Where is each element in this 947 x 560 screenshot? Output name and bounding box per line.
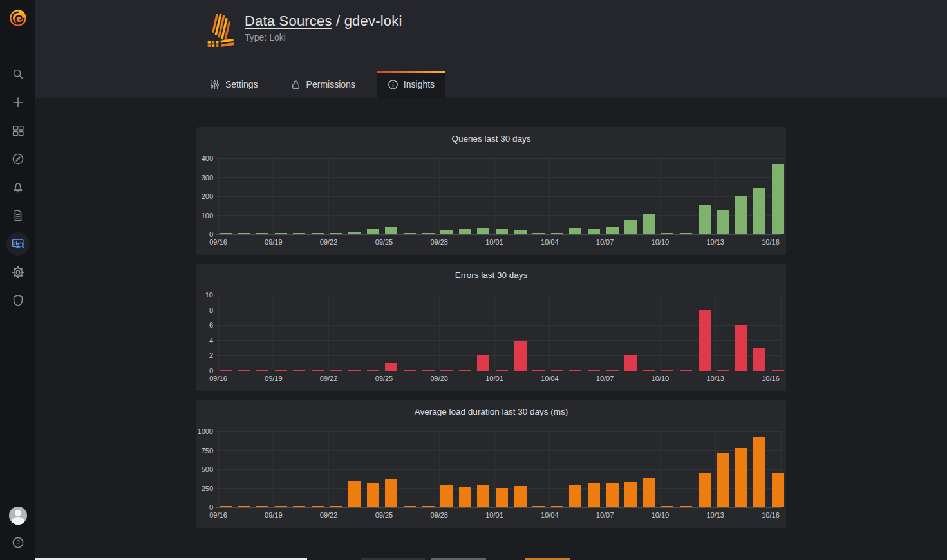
x-tick-label: 10/16 — [762, 511, 780, 519]
bar — [367, 483, 379, 507]
bar — [532, 233, 545, 234]
bar — [330, 506, 342, 507]
breadcrumb-datasources-link[interactable]: Data Sources — [245, 13, 332, 29]
bar — [588, 370, 600, 371]
sidebar-item-dashboards[interactable] — [0, 117, 35, 145]
bar — [699, 473, 711, 507]
bar — [514, 341, 527, 371]
bar — [643, 214, 655, 234]
bar — [606, 227, 619, 234]
bar — [275, 370, 287, 371]
content: Queries last 30 days010020030040009/1609… — [35, 98, 947, 560]
y-tick-label: 8 — [209, 306, 213, 314]
bar — [680, 370, 692, 371]
sidebar-item-alerting-bell[interactable] — [0, 173, 35, 201]
panel-title: Queries last 30 days — [196, 127, 786, 147]
chart-plot-2[interactable]: 0250500750100009/1609/1909/2209/2509/281… — [196, 420, 786, 524]
bar — [772, 473, 784, 507]
bar — [440, 485, 453, 507]
bar — [569, 485, 581, 507]
bar — [220, 370, 232, 371]
panel-0: Queries last 30 days010020030040009/1609… — [196, 127, 786, 255]
bar — [624, 482, 637, 507]
sidebar: ? — [0, 0, 35, 560]
bar — [422, 233, 435, 234]
bar — [477, 485, 489, 507]
x-tick-label: 10/04 — [541, 511, 559, 519]
lock-icon — [290, 79, 301, 90]
panels: Queries last 30 days010020030040009/1609… — [196, 127, 786, 528]
bar — [514, 486, 527, 507]
bar — [661, 370, 673, 371]
sidebar-item-datasource-insights[interactable] — [0, 230, 35, 258]
sidebar-item-plus[interactable] — [0, 88, 35, 117]
document-icon — [6, 204, 30, 227]
sidebar-nav — [0, 60, 35, 315]
sidebar-item-shield[interactable] — [0, 286, 35, 315]
x-tick-label: 09/22 — [320, 511, 338, 519]
sidebar-item-configuration-gear[interactable] — [0, 258, 35, 286]
x-tick-label: 10/13 — [706, 238, 724, 246]
bar — [551, 233, 563, 234]
y-tick-label: 250 — [202, 485, 213, 492]
y-tick-label: 100 — [202, 212, 213, 219]
bar — [588, 229, 600, 234]
y-tick-label: 10 — [205, 291, 213, 299]
chart-plot-0[interactable]: 010020030040009/1609/1909/2209/2509/2810… — [196, 147, 786, 251]
sidebar-item-document[interactable] — [0, 201, 35, 230]
sidebar-item-avatar[interactable] — [0, 502, 35, 529]
y-tick-label: 1000 — [198, 427, 213, 435]
sidebar-item-help[interactable]: ? — [0, 529, 35, 556]
bar — [220, 506, 232, 507]
bar — [624, 220, 637, 234]
datasource-insights-icon — [6, 232, 30, 256]
bar — [459, 229, 471, 234]
bar — [772, 370, 784, 371]
tab-settings[interactable]: Settings — [199, 71, 268, 98]
x-tick-label: 09/25 — [375, 511, 393, 519]
bar — [680, 233, 692, 234]
y-tick-label: 200 — [202, 192, 213, 200]
sidebar-item-search[interactable] — [0, 60, 35, 88]
bar — [717, 453, 729, 507]
bar — [532, 370, 545, 371]
bar — [312, 506, 324, 507]
x-tick-label: 09/25 — [375, 238, 393, 246]
chart-plot-1[interactable]: 024681009/1609/1909/2209/2509/2810/0110/… — [196, 283, 786, 387]
bar — [680, 506, 692, 507]
bar — [422, 370, 435, 371]
y-tick-label: 400 — [202, 154, 213, 162]
svg-text:?: ? — [16, 539, 20, 546]
bar — [477, 228, 489, 234]
y-tick-label: 4 — [209, 337, 213, 344]
tab-label: Permissions — [306, 79, 355, 89]
dashboards-icon — [6, 119, 30, 142]
x-tick-label: 09/16 — [209, 511, 227, 519]
y-tick-label: 0 — [209, 230, 213, 238]
bar — [422, 506, 435, 507]
bar — [385, 363, 397, 371]
grafana-logo-icon[interactable] — [0, 0, 35, 36]
panel-title: Average load duration last 30 days (ms) — [196, 400, 786, 420]
panel-title: Errors last 30 days — [196, 264, 786, 283]
x-tick-label: 09/16 — [209, 238, 227, 246]
info-circle-icon — [388, 79, 398, 90]
bar — [275, 233, 287, 234]
x-tick-label: 09/19 — [265, 375, 283, 382]
bar — [753, 348, 765, 371]
tab-permissions[interactable]: Permissions — [280, 71, 366, 98]
bar — [293, 506, 305, 507]
bar — [496, 370, 508, 371]
help-icon: ? — [6, 531, 30, 554]
y-tick-label: 0 — [209, 367, 213, 375]
sidebar-item-explore-compass[interactable] — [0, 145, 35, 173]
bar — [312, 233, 324, 234]
bar — [404, 506, 416, 507]
bar — [348, 232, 361, 234]
tab-insights[interactable]: Insights — [377, 71, 445, 98]
bar — [735, 448, 747, 507]
bar — [661, 506, 673, 507]
bar — [404, 233, 416, 234]
bar — [699, 205, 711, 234]
x-tick-label: 09/22 — [320, 238, 338, 246]
